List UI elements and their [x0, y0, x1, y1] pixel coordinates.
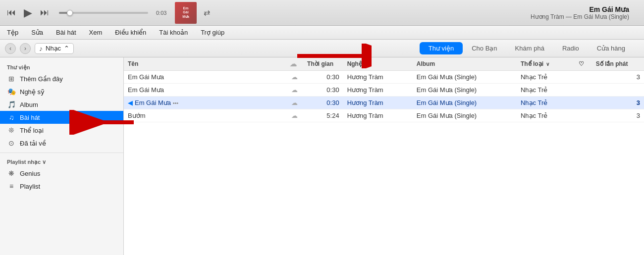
table-row[interactable]: Bướm☁5:24Hương TràmEm Gái Mưa (Single)Nh… [124, 109, 644, 122]
menu-xem[interactable]: Xem [87, 28, 105, 37]
sidebar-label-bai-hat: Bài hát [20, 114, 40, 121]
table-row[interactable]: Em Gái Mưa☁0:30Hương TràmEm Gái Mưa (Sin… [124, 71, 644, 84]
nav-back-button[interactable]: ‹ [5, 43, 16, 54]
cell-cloud: ☁ [286, 71, 303, 84]
tab-cua-hang[interactable]: Cửa hàng [588, 42, 634, 54]
sidebar-label-genius: Genius [20, 170, 40, 177]
cell-heart[interactable] [575, 71, 592, 84]
cell-heart[interactable] [575, 84, 592, 97]
sidebar-label-nghe-sy: Nghệ sỹ [20, 88, 45, 96]
col-header-heart[interactable]: ♡ [575, 57, 592, 71]
sidebar-label-the-loai: Thể loại [20, 127, 44, 134]
cell-album: Em Gái Mưa (Single) [413, 97, 517, 109]
nav-category-selector[interactable]: ♪ Nhạc ⌃ [35, 43, 74, 54]
menu-sua[interactable]: Sửa [29, 28, 45, 37]
menu-dieukhien[interactable]: Điều khiển [113, 28, 148, 37]
cell-genre: Nhạc Trẻ [517, 109, 575, 122]
col-header-genre[interactable]: Thể loại ∨ [517, 57, 575, 71]
shuffle-icon: ⇄ [204, 8, 210, 17]
track-subtitle: Hương Tràm — Em Gái Mưa (Single) [215, 13, 629, 20]
table-row[interactable]: Em Gái Mưa☁0:30Hương TràmEm Gái Mưa (Sin… [124, 84, 644, 97]
nav-category-icon: ♪ [39, 45, 43, 52]
sidebar-item-bai-hat[interactable]: ♫ Bài hát [0, 111, 123, 124]
cell-album: Em Gái Mưa (Single) [413, 71, 517, 84]
sidebar-item-them-gan-day[interactable]: ⊞ Thêm Gần đây [0, 72, 123, 85]
menu-trogiup[interactable]: Trợ giúp [199, 28, 226, 37]
sidebar-item-the-loai[interactable]: ❊ Thể loại [0, 124, 123, 137]
nav-category-label: Nhạc [46, 45, 61, 52]
col-header-cloud: ☁ [286, 57, 303, 71]
cell-heart[interactable] [575, 97, 592, 109]
nav-category-chevron: ⌃ [64, 45, 69, 52]
col-header-name[interactable]: Tên [124, 57, 286, 71]
menu-taikhoan[interactable]: Tài khoản [157, 28, 190, 37]
nav-forward-button[interactable]: › [20, 43, 31, 54]
sidebar-label-album: Album [20, 101, 38, 108]
sidebar-label-da-tai: Đã tải về [20, 140, 46, 147]
sidebar-item-genius[interactable]: ❋ Genius [0, 167, 123, 180]
forward-button[interactable]: ⏭ [38, 6, 51, 19]
main-layout: Thư viện ⊞ Thêm Gần đây 🎭 Nghệ sỹ 🎵 Albu… [0, 57, 644, 255]
sidebar-playlist-title[interactable]: Playlist nhạc ∨ [0, 156, 123, 167]
cloud-header-icon: ☁ [290, 60, 297, 68]
tab-radio[interactable]: Radio [553, 42, 588, 54]
col-header-plays[interactable]: Số lần phát [592, 57, 644, 71]
cloud-icon: ☁ [291, 112, 298, 119]
cell-time: 0:30 [303, 71, 343, 84]
cloud-icon: ☁ [291, 99, 298, 106]
track-table: Tên ☁ Thời gian Nghệ sỹ Album Thể loại ∨… [124, 57, 644, 122]
menu-tep[interactable]: Tệp [5, 28, 20, 37]
cell-name: ◀Em Gái Mưa ••• [124, 97, 286, 109]
cell-genre: Nhạc Trẻ [517, 97, 575, 109]
cell-album: Em Gái Mưa (Single) [413, 109, 517, 122]
tab-cho-ban[interactable]: Cho Bạn [463, 42, 506, 54]
album-art-image: EmGáiMưa [182, 6, 189, 19]
cell-artist: Hương Tràm [343, 84, 413, 97]
sidebar-icon-album: 🎵 [7, 101, 16, 108]
sidebar-item-da-tai-ve[interactable]: ⊙ Đã tải về [0, 137, 123, 150]
sidebar-item-nghe-sy[interactable]: 🎭 Nghệ sỹ [0, 85, 123, 98]
playing-indicator: ◀ [128, 99, 133, 106]
sidebar-icon-them: ⊞ [7, 75, 16, 83]
cell-artist: Hương Tràm [343, 109, 413, 122]
track-info: Em Gái Mưa Hương Tràm — Em Gái Mưa (Sing… [215, 5, 639, 20]
menu-bar: Tệp Sửa Bài hát Xem Điều khiển Tài khoản… [0, 26, 644, 40]
sidebar: Thư viện ⊞ Thêm Gần đây 🎭 Nghệ sỹ 🎵 Albu… [0, 57, 124, 255]
col-header-album[interactable]: Album [413, 57, 517, 71]
cell-heart[interactable] [575, 109, 592, 122]
sidebar-library-title: Thư viện [0, 61, 123, 72]
nav-bar: ‹ › ♪ Nhạc ⌃ Thư viện Cho Bạn Khám phá R… [0, 40, 644, 57]
time-display: 0:03 [156, 10, 170, 16]
sidebar-icon-bai-hat: ♫ [7, 113, 16, 121]
play-button[interactable]: ▶ [22, 5, 34, 20]
cell-genre: Nhạc Trẻ [517, 84, 575, 97]
sidebar-item-album[interactable]: 🎵 Album [0, 98, 123, 111]
album-art: EmGáiMưa [175, 2, 197, 24]
cell-time: 0:30 [303, 84, 343, 97]
rewind-button[interactable]: ⏮ [5, 6, 18, 19]
menu-baihat[interactable]: Bài hát [54, 28, 78, 37]
context-menu-dots[interactable]: ••• [173, 100, 179, 106]
cell-plays [592, 84, 644, 97]
player-bar: ⏮ ▶ ⏭ 0:03 EmGáiMưa ⇄ Em Gái Mưa Hương T… [0, 0, 644, 26]
cell-cloud: ☁ [286, 97, 303, 109]
table-row[interactable]: ◀Em Gái Mưa •••☁0:30Hương TràmEm Gái Mưa… [124, 97, 644, 109]
cell-album: Em Gái Mưa (Single) [413, 84, 517, 97]
cell-name: Em Gái Mưa [124, 84, 286, 97]
sidebar-icon-nghe-sy: 🎭 [7, 88, 16, 96]
col-header-artist[interactable]: Nghệ sỹ [343, 57, 413, 71]
cell-artist: Hương Tràm [343, 97, 413, 109]
col-header-time[interactable]: Thời gian [303, 57, 343, 71]
tab-thu-vien[interactable]: Thư viện [420, 42, 463, 54]
progress-bar[interactable] [59, 12, 148, 14]
cell-cloud: ☁ [286, 84, 303, 97]
cell-time: 5:24 [303, 109, 343, 122]
track-title: Em Gái Mưa [215, 5, 629, 13]
tab-kham-pha[interactable]: Khám phá [506, 42, 553, 54]
cell-name: Bướm [124, 109, 286, 122]
content-area: Tên ☁ Thời gian Nghệ sỹ Album Thể loại ∨… [124, 57, 644, 255]
cell-time: 0:30 [303, 97, 343, 109]
sidebar-item-playlist[interactable]: ≡ Playlist [0, 180, 123, 193]
player-controls: ⏮ ▶ ⏭ [5, 5, 51, 20]
sidebar-label-playlist: Playlist [20, 183, 40, 190]
